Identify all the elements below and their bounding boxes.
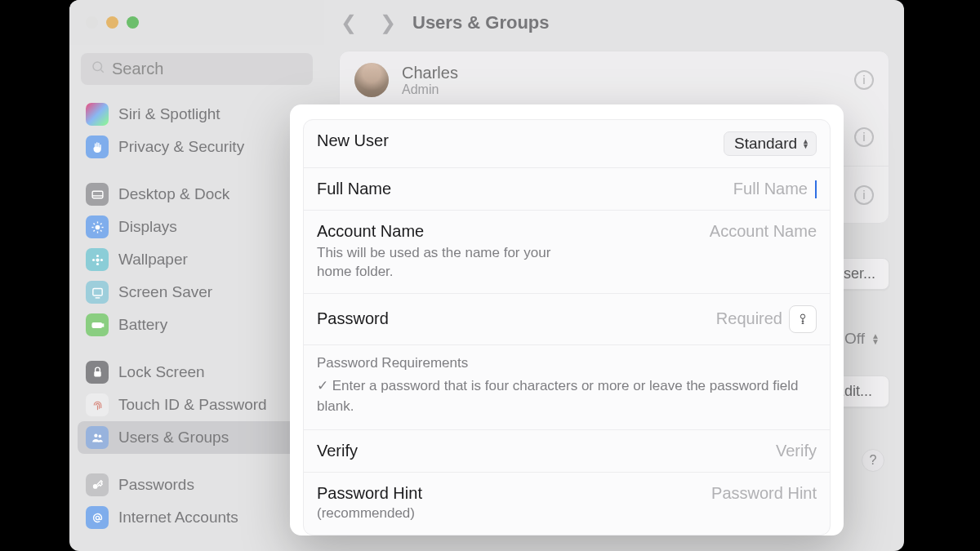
info-icon[interactable]: i xyxy=(854,185,874,205)
sidebar-item-displays[interactable]: Displays xyxy=(69,211,324,243)
row-account-name: Account Name This will be used as the na… xyxy=(304,211,830,294)
sidebar-item-passwords[interactable]: Passwords xyxy=(69,469,324,501)
sidebar-item-label: Touch ID & Password xyxy=(118,396,267,414)
svg-rect-20 xyxy=(92,322,101,327)
flower-icon xyxy=(86,248,109,271)
page-title: Users & Groups xyxy=(412,12,550,33)
sidebar-item-label: Wallpaper xyxy=(118,251,188,269)
forward-button[interactable]: ❯ xyxy=(380,11,396,34)
user-row-primary[interactable]: Charles Admin i xyxy=(340,51,889,109)
siri-icon xyxy=(86,103,109,126)
avatar xyxy=(354,63,389,97)
full-name-label: Full Name xyxy=(317,180,391,198)
key-icon xyxy=(796,311,809,327)
sidebar-item-wallpaper[interactable]: Wallpaper xyxy=(69,243,324,276)
hint-input[interactable] xyxy=(637,484,817,503)
dock-icon xyxy=(86,183,109,206)
password-label: Password xyxy=(317,309,389,328)
account-name-subtext: This will be used as the name for your h… xyxy=(317,244,578,282)
svg-point-25 xyxy=(92,484,97,489)
guest-toggle-value[interactable]: Off ▲▼ xyxy=(844,330,880,348)
sidebar-item-label: Desktop & Dock xyxy=(118,185,229,203)
sidebar-item-users-groups[interactable]: Users & Groups xyxy=(78,421,316,454)
back-button[interactable]: ❮ xyxy=(341,11,357,34)
sidebar-item-internet-accounts[interactable]: Internet Accounts xyxy=(69,501,324,534)
row-full-name: Full Name Full Name xyxy=(304,168,830,211)
minimize-window-button[interactable] xyxy=(106,16,118,29)
search-icon xyxy=(91,60,105,78)
row-new-user: New User Standard ▲▼ xyxy=(304,120,830,168)
sidebar-item-touchid[interactable]: Touch ID & Password xyxy=(69,389,324,421)
svg-rect-22 xyxy=(94,371,101,376)
sidebar-item-label: Internet Accounts xyxy=(118,509,238,527)
hint-label: Password Hint xyxy=(317,484,422,503)
verify-label: Verify xyxy=(317,442,358,460)
zoom-window-button[interactable] xyxy=(127,16,139,29)
svg-point-13 xyxy=(96,258,99,261)
svg-point-27 xyxy=(800,314,804,318)
verify-input[interactable] xyxy=(637,442,817,460)
svg-rect-18 xyxy=(92,288,101,295)
requirements-line: ✓ Enter a password that is four characte… xyxy=(317,376,817,416)
info-icon[interactable]: i xyxy=(854,127,874,147)
svg-point-24 xyxy=(98,434,101,438)
password-input[interactable] xyxy=(668,309,782,328)
requirements-title: Password Requirements xyxy=(317,355,817,371)
sidebar-item-desktop[interactable]: Desktop & Dock xyxy=(69,178,324,211)
svg-point-16 xyxy=(91,258,94,260)
hint-subtext: (recommended) xyxy=(317,504,422,523)
sidebar-item-battery[interactable]: Battery xyxy=(69,309,324,341)
window-controls xyxy=(86,16,139,29)
user-type-value: Standard xyxy=(734,135,797,153)
password-assistant-button[interactable] xyxy=(789,305,817,333)
search-field[interactable] xyxy=(81,53,313,85)
off-label: Off xyxy=(844,330,865,348)
key-icon xyxy=(86,473,109,496)
svg-point-23 xyxy=(94,433,97,437)
at-icon xyxy=(86,506,109,529)
account-name-label: Account Name xyxy=(317,222,578,241)
sidebar-item-label: Siri & Spotlight xyxy=(118,105,220,123)
search-input[interactable] xyxy=(112,60,318,78)
row-password: Password xyxy=(304,294,830,345)
row-password-hint: Password Hint (recommended) xyxy=(304,473,830,535)
sidebar: Siri & Spotlight Privacy & Security D xyxy=(69,0,324,45)
svg-point-15 xyxy=(96,262,98,264)
svg-line-12 xyxy=(100,223,101,224)
screensaver-icon xyxy=(86,281,109,304)
svg-line-9 xyxy=(93,223,94,224)
new-user-label: New User xyxy=(317,131,389,150)
svg-rect-21 xyxy=(102,324,103,327)
text-cursor xyxy=(815,180,817,198)
user-name: Charles xyxy=(402,64,458,82)
row-verify: Verify xyxy=(304,430,830,473)
svg-point-0 xyxy=(93,62,102,71)
sidebar-item-label: Screen Saver xyxy=(118,283,212,301)
user-role: Admin xyxy=(402,82,458,97)
sidebar-item-lockscreen[interactable]: Lock Screen xyxy=(69,356,324,389)
sidebar-item-siri[interactable]: Siri & Spotlight xyxy=(69,98,324,131)
svg-line-1 xyxy=(100,69,103,72)
lock-icon xyxy=(86,361,109,384)
battery-icon xyxy=(86,313,109,336)
svg-line-10 xyxy=(100,230,101,231)
sidebar-item-label: Battery xyxy=(118,316,167,334)
full-name-placeholder-text: Full Name xyxy=(733,180,808,198)
close-window-button[interactable] xyxy=(86,16,98,29)
new-user-modal: New User Standard ▲▼ Full Name Full Name xyxy=(290,104,844,535)
svg-point-14 xyxy=(96,254,98,256)
sidebar-item-screensaver[interactable]: Screen Saver xyxy=(69,276,324,309)
sidebar-item-label: Privacy & Security xyxy=(118,138,244,156)
info-icon[interactable]: i xyxy=(854,70,874,90)
help-button[interactable]: ? xyxy=(862,449,884,472)
sidebar-item-privacy[interactable]: Privacy & Security xyxy=(69,131,324,163)
chevron-updown-icon: ▲▼ xyxy=(871,333,880,344)
user-type-select[interactable]: Standard ▲▼ xyxy=(724,131,817,156)
nav-arrows: ❮ ❯ xyxy=(341,11,396,34)
sidebar-item-label: Displays xyxy=(118,218,177,236)
sidebar-item-label: Lock Screen xyxy=(118,363,205,381)
account-name-input[interactable] xyxy=(637,222,817,241)
svg-point-4 xyxy=(95,224,100,229)
svg-point-17 xyxy=(100,258,102,260)
sidebar-item-label: Users & Groups xyxy=(118,429,229,447)
